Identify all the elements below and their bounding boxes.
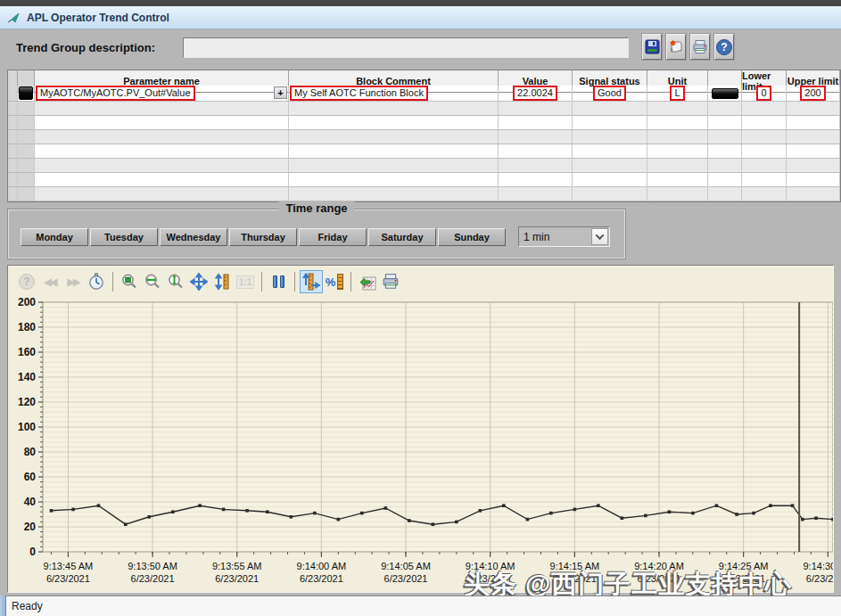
- trend-point: [337, 518, 341, 522]
- trend-point: [831, 518, 833, 522]
- trend-point: [124, 522, 128, 526]
- x-tick-time-label: 9:14:00 AM: [297, 561, 347, 571]
- move-trend-button[interactable]: [187, 270, 210, 293]
- title-bar[interactable]: APL Operator Trend Control: [0, 6, 841, 29]
- table-empty-row[interactable]: [8, 159, 840, 173]
- select-trends-icon: [359, 273, 377, 292]
- x-tick-time-label: 9:14:10 AM: [466, 561, 515, 571]
- step-back-button[interactable]: ◀◀: [38, 270, 62, 293]
- trend-point: [408, 519, 411, 522]
- table-empty-row[interactable]: [8, 173, 840, 187]
- trend-point: [245, 509, 249, 513]
- trend-group-description-input[interactable]: [183, 37, 629, 58]
- day-button-sunday[interactable]: Sunday: [438, 228, 506, 246]
- trend-point: [289, 515, 293, 519]
- trend-point: [502, 504, 506, 507]
- x-tick-date-label: 6/23/2021: [300, 573, 343, 584]
- pause-icon: [273, 275, 284, 288]
- trend-point: [791, 504, 795, 507]
- trend-point: [801, 518, 804, 522]
- time-interval-select[interactable]: 1 min: [518, 226, 610, 247]
- print-chart-button[interactable]: [379, 270, 402, 293]
- original-view-icon: 1:1: [236, 275, 254, 289]
- x-tick-date-label: 6/23/2021: [553, 573, 597, 584]
- parameter-browse-button[interactable]: +: [274, 86, 287, 99]
- trend-point: [432, 522, 435, 526]
- day-button-friday[interactable]: Friday: [299, 228, 367, 246]
- app-logo-icon: [7, 12, 21, 24]
- parameter-name-value[interactable]: MyAOTC/MyAOTC.PV_Out#Value: [36, 86, 195, 101]
- window-body: Trend Group description:: [0, 29, 841, 595]
- zoom-value-axis-button[interactable]: [164, 270, 187, 293]
- help-button[interactable]: ?: [714, 34, 734, 60]
- step-back-icon: ◀◀: [45, 276, 56, 288]
- table-empty-row[interactable]: [8, 187, 840, 201]
- trend-point: [171, 510, 175, 513]
- select-trends-button[interactable]: [356, 270, 379, 293]
- block-comment-value[interactable]: My Self AOTC Function Block: [290, 86, 428, 101]
- x-tick-time-label: 9:14:15 AM: [550, 561, 600, 571]
- help-icon: ?: [19, 274, 35, 290]
- zoom-value-axis-icon: [167, 273, 185, 291]
- trend-point: [549, 512, 553, 515]
- chart-help-button[interactable]: ?: [15, 270, 38, 293]
- move-trend-icon: [190, 273, 208, 291]
- trend-point: [455, 521, 458, 524]
- time-interval-value: 1 min: [524, 231, 549, 243]
- step-forward-icon: ▶▶: [68, 276, 79, 288]
- chart-toolbar: ? ◀◀ ▶▶: [8, 266, 833, 298]
- lower-limit-value[interactable]: 0: [756, 86, 771, 101]
- report-button[interactable]: [666, 34, 686, 60]
- signal-status-value: Good: [593, 86, 626, 101]
- y-tick-label: 100: [18, 421, 36, 433]
- step-forward-button[interactable]: ▶▶: [62, 270, 85, 293]
- time-range-button[interactable]: [85, 270, 108, 293]
- print-button[interactable]: [690, 34, 710, 60]
- day-button-thursday[interactable]: Thursday: [229, 228, 297, 246]
- percent-scale-button[interactable]: %: [323, 270, 346, 293]
- x-tick-date-label: 6/23/2021: [215, 573, 259, 584]
- process-value: 22.0024: [513, 86, 557, 101]
- day-button-saturday[interactable]: Saturday: [368, 228, 436, 246]
- x-tick-time-label: 9:14:20 AM: [634, 561, 684, 571]
- x-tick-time-label: 9:13:55 AM: [212, 561, 262, 571]
- x-tick-date-label: 6/23/2021: [131, 573, 175, 584]
- trend-color-swatch[interactable]: [712, 88, 738, 99]
- y-tick-label: 20: [24, 521, 37, 533]
- table-empty-row[interactable]: [8, 102, 840, 116]
- ruler-mode-button[interactable]: [300, 270, 323, 293]
- zoom-area-button[interactable]: [118, 270, 141, 293]
- upper-limit-value[interactable]: 200: [800, 86, 825, 101]
- window-top-strip: [0, 0, 841, 6]
- trend-parameter-row[interactable]: MyAOTC/MyAOTC.PV_Out#Value + My Self AOT…: [8, 86, 840, 102]
- day-button-tuesday[interactable]: Tuesday: [90, 228, 158, 246]
- x-tick-date-label: 6/23/2021: [384, 573, 428, 584]
- table-empty-row[interactable]: [8, 116, 840, 130]
- x-tick-date-label: 6/23/2021: [468, 573, 512, 584]
- pause-button[interactable]: [267, 270, 290, 293]
- unit-value: L: [670, 86, 684, 101]
- zoom-time-axis-button[interactable]: [141, 270, 164, 293]
- status-bar: Ready: [6, 595, 841, 616]
- trend-point: [597, 504, 600, 507]
- day-button-monday[interactable]: Monday: [21, 228, 88, 246]
- row-selector-button[interactable]: [19, 86, 33, 100]
- day-button-wednesday[interactable]: Wednesday: [160, 228, 227, 246]
- save-button[interactable]: [642, 34, 662, 60]
- trend-point: [266, 510, 269, 513]
- table-empty-row[interactable]: [8, 130, 840, 144]
- zoom-area-icon: [120, 273, 138, 291]
- trend-point: [147, 515, 151, 519]
- move-axes-range-button[interactable]: [210, 270, 234, 293]
- trend-point: [50, 509, 54, 513]
- trend-plot[interactable]: 0204060801001201401601802009:13:45 AM6/2…: [8, 298, 833, 592]
- combo-drop-button[interactable]: [591, 228, 608, 245]
- trend-point: [644, 514, 647, 518]
- time-range-clock-icon: [87, 273, 105, 291]
- original-view-button[interactable]: 1:1: [234, 270, 257, 293]
- table-empty-row[interactable]: [8, 144, 840, 159]
- trend-chart-panel: ? ◀◀ ▶▶: [7, 265, 834, 593]
- y-tick-label: 180: [18, 321, 36, 333]
- x-tick-date-label: 6/23/2021: [638, 573, 681, 584]
- zoom-time-axis-icon: [144, 273, 161, 291]
